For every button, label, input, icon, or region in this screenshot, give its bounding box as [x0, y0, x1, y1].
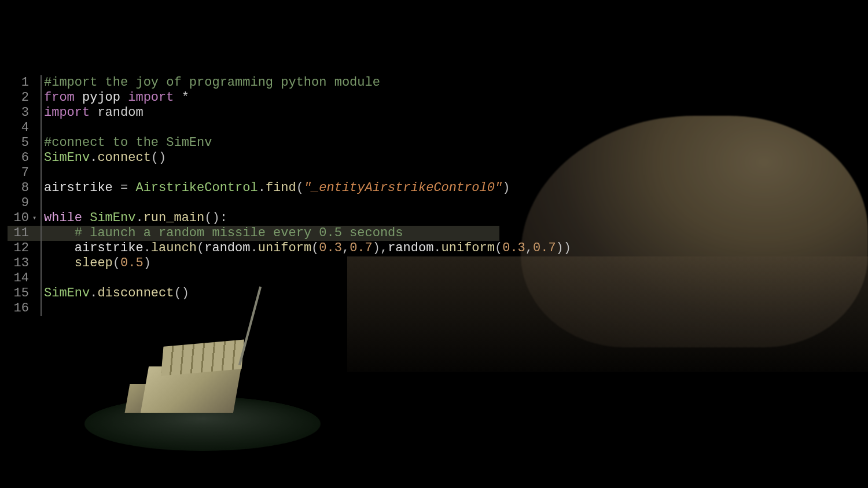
code-content[interactable]: sleep(0.5): [44, 256, 151, 271]
gutter-bar: [41, 196, 42, 211]
code-line-10[interactable]: 10▾while SimEnv.run_main():: [10, 211, 571, 226]
code-line-15[interactable]: 15SimEnv.disconnect(): [10, 286, 571, 301]
code-line-9[interactable]: 9: [10, 196, 571, 211]
code-line-1[interactable]: 1#import the joy of programming python m…: [10, 75, 571, 90]
code-line-4[interactable]: 4: [10, 120, 571, 135]
line-number: 11: [10, 226, 34, 241]
line-number: 9: [10, 196, 34, 211]
gutter-bar: [41, 90, 42, 105]
line-number: 7: [10, 166, 34, 181]
line-number: 8: [10, 181, 34, 196]
code-line-3[interactable]: 3import random: [10, 105, 571, 120]
code-content[interactable]: while SimEnv.run_main():: [44, 211, 227, 226]
code-content[interactable]: SimEnv.connect(): [44, 151, 166, 166]
gutter-bar: [41, 166, 42, 181]
line-number: 15: [10, 286, 34, 301]
code-line-7[interactable]: 7: [10, 166, 571, 181]
line-number: 1: [10, 75, 34, 90]
line-number: 14: [10, 271, 34, 286]
code-line-5[interactable]: 5#connect to the SimEnv: [10, 135, 571, 151]
code-content[interactable]: airstrike.launch(random.uniform(0.3,0.7)…: [44, 241, 571, 256]
code-line-16[interactable]: 16: [10, 301, 571, 316]
gutter-bar: [41, 181, 42, 196]
gutter-bar: [41, 256, 42, 271]
code-line-8[interactable]: 8airstrike = AirstrikeControl.find("_ent…: [10, 181, 571, 196]
code-line-6[interactable]: 6SimEnv.connect(): [10, 151, 571, 166]
gutter-bar: [41, 241, 42, 256]
code-content[interactable]: from pyjop import *: [44, 90, 189, 105]
code-content[interactable]: airstrike = AirstrikeControl.find("_enti…: [44, 181, 510, 196]
gutter-bar: [41, 286, 42, 301]
gutter-bar: [41, 135, 42, 151]
line-number: 2: [10, 90, 34, 105]
code-line-2[interactable]: 2from pyjop import *: [10, 90, 571, 105]
line-number: 16: [10, 301, 34, 316]
line-number: 3: [10, 105, 34, 120]
truck-body: [141, 366, 241, 413]
code-editor[interactable]: 1#import the joy of programming python m…: [10, 75, 571, 316]
gutter-bar: [41, 151, 42, 166]
line-number: 10: [10, 211, 34, 226]
truck: [145, 343, 249, 424]
gutter-bar: [41, 226, 42, 241]
line-number: 13: [10, 256, 34, 271]
missile-launcher-vehicle: [87, 309, 318, 471]
code-content[interactable]: #connect to the SimEnv: [44, 135, 212, 151]
line-number: 5: [10, 135, 34, 151]
code-line-12[interactable]: 12 airstrike.launch(random.uniform(0.3,0…: [10, 241, 571, 256]
line-number: 12: [10, 241, 34, 256]
gutter-bar: [41, 75, 42, 90]
gutter-bar: [41, 301, 42, 316]
line-number: 6: [10, 151, 34, 166]
line-number: 4: [10, 120, 34, 135]
code-content[interactable]: # launch a random missile every 0.5 seco…: [44, 226, 403, 241]
code-line-13[interactable]: 13 sleep(0.5): [10, 256, 571, 271]
fold-marker: ▾: [32, 211, 39, 226]
code-content[interactable]: SimEnv.disconnect(): [44, 286, 189, 301]
code-line-14[interactable]: 14: [10, 271, 571, 286]
code-content[interactable]: #import the joy of programming python mo…: [44, 75, 380, 90]
code-line-11[interactable]: 11 # launch a random missile every 0.5 s…: [8, 226, 499, 241]
code-content[interactable]: import random: [44, 105, 144, 120]
gutter-bar: [41, 120, 42, 135]
gutter-bar: [41, 271, 42, 286]
gutter-bar: [41, 105, 42, 120]
gutter-bar: [41, 211, 42, 226]
